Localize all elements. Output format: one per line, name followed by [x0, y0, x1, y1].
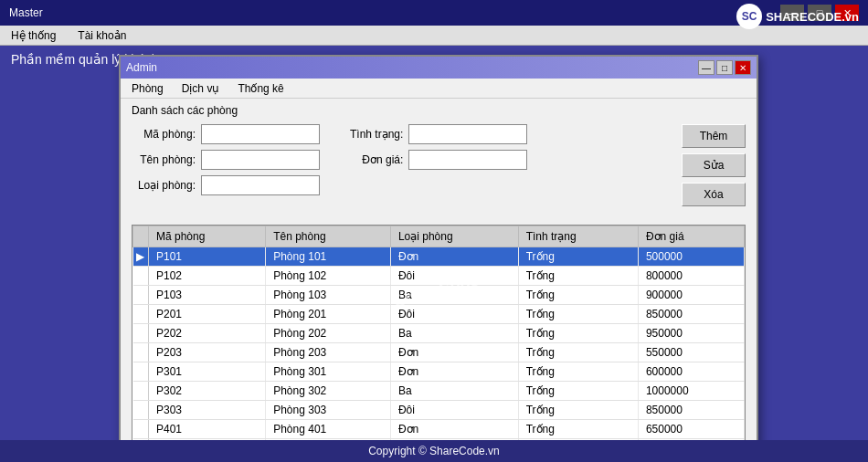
them-button[interactable]: Thêm [682, 124, 746, 148]
cell-ten: Phòng 303 [266, 401, 391, 420]
cell-loai: Đôi [390, 305, 518, 324]
cell-tinh-trang: Trống [518, 362, 638, 382]
cell-ma: P103 [149, 286, 266, 305]
loai-phong-label: Loại phòng: [132, 179, 196, 192]
cell-don-gia: 550000 [638, 343, 744, 362]
logo-text: SHARECODE.vn [766, 10, 859, 24]
form-outer: Mã phòng: Tình trạng: Tên phòng: Đơn giá… [121, 121, 757, 221]
col-tinh-trang: Tình trạng [518, 226, 638, 247]
form-area: Mã phòng: Tình trạng: Tên phòng: Đơn giá… [121, 121, 757, 203]
cell-loai: Ba [390, 324, 518, 343]
cell-ma: P302 [149, 382, 266, 401]
menu-phong[interactable]: Phòng [128, 80, 167, 97]
table-row[interactable]: P202 Phòng 202 Ba Trống 950000 [133, 324, 745, 343]
cell-don-gia: 850000 [638, 305, 744, 324]
cell-ma: P101 [149, 247, 266, 267]
row-indicator [133, 382, 149, 401]
admin-close-button[interactable]: ✕ [735, 60, 751, 75]
cell-tinh-trang: Trống [518, 420, 638, 439]
table-row[interactable]: P302 Phòng 302 Ba Trống 1000000 [133, 382, 745, 401]
cell-don-gia: 1000000 [638, 382, 744, 401]
loai-phong-row: Loại phòng: [132, 175, 330, 195]
cell-tinh-trang: Trống [518, 247, 638, 267]
cell-don-gia: 800000 [638, 267, 744, 286]
table-row[interactable]: ▶ P101 Phòng 101 Đơn Trống 500000 [133, 247, 745, 267]
cell-loai: Ba [390, 286, 518, 305]
row-indicator [133, 267, 149, 286]
cell-ten: Phòng 103 [266, 286, 391, 305]
cell-ten: Phòng 201 [266, 305, 391, 324]
cell-loai: Ba [390, 382, 518, 401]
cell-loai: Đơn [390, 362, 518, 382]
cell-ten: Phòng 301 [266, 362, 391, 382]
room-table-area: Mã phòng Tên phòng Loại phòng Tình trạng… [132, 225, 746, 462]
cell-ma: P202 [149, 324, 266, 343]
ten-phong-input[interactable] [201, 150, 320, 170]
tinh-trang-input[interactable] [408, 124, 527, 144]
row-indicator: ▶ [133, 247, 149, 267]
don-gia-input[interactable] [408, 150, 527, 170]
row-indicator [133, 286, 149, 305]
table-row[interactable]: P201 Phòng 201 Đôi Trống 850000 [133, 305, 745, 324]
row-indicator [133, 401, 149, 420]
section-title: Danh sách các phòng [121, 99, 757, 121]
row-indicator [133, 420, 149, 439]
cell-ten: Phòng 401 [266, 420, 391, 439]
cell-ma: P102 [149, 267, 266, 286]
col-ma-phong: Mã phòng [149, 226, 266, 247]
don-gia-row: Đơn giá: [339, 150, 537, 170]
table-row[interactable]: P203 Phòng 203 Đơn Trống 550000 [133, 343, 745, 362]
cell-tinh-trang: Trống [518, 382, 638, 401]
copyright-footer: Copyright © ShareCode.vn [0, 440, 868, 462]
table-row[interactable]: P103 Phòng 103 Ba Trống 900000 [133, 286, 745, 305]
table-row[interactable]: P102 Phòng 102 Đôi Trống 800000 [133, 267, 745, 286]
cell-loai: Đơn [390, 247, 518, 267]
tinh-trang-row: Tình trạng: [339, 124, 537, 144]
cell-tinh-trang: Trống [518, 343, 638, 362]
ma-phong-input[interactable] [201, 124, 320, 144]
sua-button[interactable]: Sửa [682, 153, 746, 177]
cell-don-gia: 650000 [638, 420, 744, 439]
cell-tinh-trang: Trống [518, 286, 638, 305]
col-don-gia: Đơn giá [638, 226, 744, 247]
ma-phong-label: Mã phòng: [132, 128, 196, 141]
table-row[interactable]: P301 Phòng 301 Đơn Trống 600000 [133, 362, 745, 382]
cell-don-gia: 500000 [638, 247, 744, 267]
admin-minimize-button[interactable]: — [698, 60, 715, 75]
logo-area: SC SHARECODE.vn [736, 4, 859, 29]
cell-loai: Đôi [390, 267, 518, 286]
xoa-button[interactable]: Xóa [682, 183, 746, 206]
row-indicator [133, 362, 149, 382]
admin-menu-bar: Phòng Dịch vụ Thống kê [121, 79, 757, 99]
cell-ma: P203 [149, 343, 266, 362]
col-loai-phong: Loại phòng [390, 226, 518, 247]
cell-loai: Đơn [390, 343, 518, 362]
cell-don-gia: 950000 [638, 324, 744, 343]
table-row[interactable]: P401 Phòng 401 Đơn Trống 650000 [133, 420, 745, 439]
menu-dichvu[interactable]: Dịch vụ [178, 80, 224, 97]
menu-item-taikhoan[interactable]: Tài khoản [74, 27, 130, 44]
cell-ten: Phòng 203 [266, 343, 391, 362]
cell-ten: Phòng 102 [266, 267, 391, 286]
cell-don-gia: 900000 [638, 286, 744, 305]
button-area: Thêm Sửa Xóa [682, 124, 746, 206]
ten-phong-row: Tên phòng: [132, 150, 330, 170]
admin-window: Admin — □ ✕ Phòng Dịch vụ Thống kê Danh … [119, 55, 758, 462]
row-indicator [133, 324, 149, 343]
cell-loai: Đơn [390, 420, 518, 439]
cell-ma: P303 [149, 401, 266, 420]
table-row[interactable]: P303 Phòng 303 Đôi Trống 850000 [133, 401, 745, 420]
admin-maximize-button[interactable]: □ [716, 60, 733, 75]
copyright-text: Copyright © ShareCode.vn [368, 445, 500, 457]
col-indicator [133, 226, 149, 247]
row-indicator [133, 305, 149, 324]
admin-window-title: Admin [126, 61, 157, 74]
cell-tinh-trang: Trống [518, 267, 638, 286]
menu-thongke[interactable]: Thống kê [234, 80, 287, 97]
room-table: Mã phòng Tên phòng Loại phòng Tình trạng… [132, 226, 745, 462]
menu-item-hethong[interactable]: Hệ thống [7, 27, 59, 44]
table-header-row: Mã phòng Tên phòng Loại phòng Tình trạng… [133, 226, 745, 247]
loai-phong-input[interactable] [201, 175, 320, 195]
don-gia-label: Đơn giá: [339, 153, 403, 166]
title-bar: Master SC SHARECODE.vn — □ ✕ [0, 0, 868, 26]
